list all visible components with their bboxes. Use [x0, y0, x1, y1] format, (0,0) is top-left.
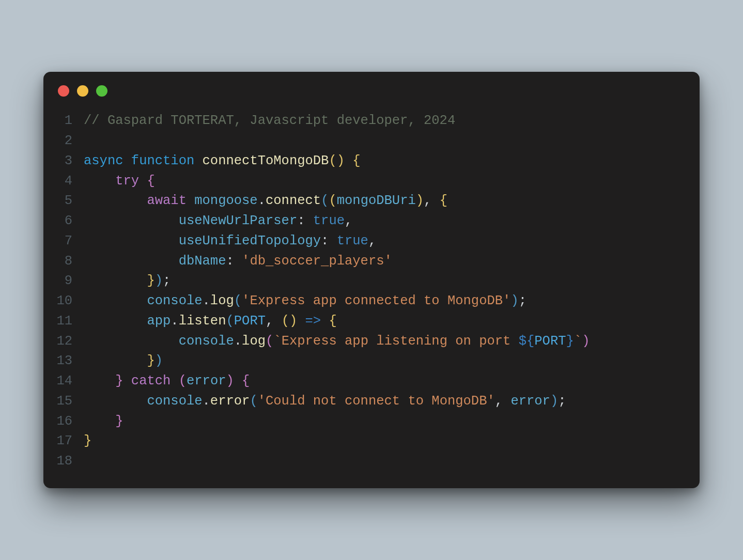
- code-brace: }: [147, 353, 154, 368]
- code-string: 'Express app connected to MongoDB': [242, 293, 510, 308]
- line-number: 1: [55, 111, 84, 131]
- code-line: 12 console.log(`Express app listening on…: [55, 332, 684, 352]
- code-identifier: PORT: [534, 334, 566, 349]
- code-punct: ;: [558, 394, 566, 409]
- code-keyword: async: [84, 153, 123, 168]
- line-number: 9: [55, 271, 84, 291]
- line-number: 17: [55, 431, 84, 452]
- code-line: 2: [55, 131, 684, 151]
- code-identifier: console: [147, 293, 202, 308]
- code-line: 3 async function connectToMongoDB() {: [55, 151, 684, 172]
- code-punct: ): [582, 334, 590, 349]
- code-keyword: function: [131, 153, 194, 168]
- code-punct: (: [321, 193, 329, 208]
- code-keyword: await: [147, 193, 187, 208]
- line-number: 8: [55, 252, 84, 272]
- line-number: 16: [55, 412, 84, 432]
- code-brace: {: [345, 153, 361, 168]
- window-controls: [55, 85, 684, 97]
- line-number: 2: [55, 131, 84, 151]
- code-key: useNewUrlParser: [179, 213, 298, 228]
- code-brace: }: [115, 414, 123, 429]
- code-line: 6 useNewUrlParser: true,: [55, 211, 684, 231]
- code-punct: ;: [519, 293, 527, 308]
- code-punct: (: [329, 193, 336, 208]
- line-number: 3: [55, 151, 84, 172]
- code-punct: (: [226, 314, 234, 329]
- code-punct: (: [234, 293, 242, 308]
- line-number: 14: [55, 371, 84, 392]
- code-brace: {: [329, 314, 336, 329]
- code-line: 13 }): [55, 351, 684, 371]
- code-method: error: [210, 394, 250, 409]
- code-window: 1 // Gaspard TORTERAT, Javascript develo…: [43, 72, 700, 488]
- code-identifier: mongoDBUri: [337, 193, 416, 208]
- code-key: dbName: [179, 254, 226, 269]
- code-punct: ): [550, 394, 558, 409]
- code-line: 5 await mongoose.connect((mongoDBUri), {: [55, 191, 684, 211]
- code-punct: (: [250, 394, 257, 409]
- code-method: log: [242, 334, 266, 349]
- code-literal: true: [313, 213, 345, 228]
- code-line: 1 // Gaspard TORTERAT, Javascript develo…: [55, 111, 684, 131]
- code-line: 4 try {: [55, 172, 684, 192]
- code-brace: {: [234, 374, 250, 388]
- code-method: listen: [179, 314, 226, 329]
- line-number: 5: [55, 191, 84, 211]
- code-template-open: ${: [519, 334, 535, 349]
- line-number: 6: [55, 211, 84, 231]
- code-brace: {: [440, 193, 447, 208]
- code-punct: ,: [424, 193, 440, 208]
- code-identifier: mongoose: [194, 193, 257, 208]
- code-line: 15 console.error('Could not connect to M…: [55, 392, 684, 412]
- code-line: 11 app.listen(PORT, () => {: [55, 312, 684, 332]
- code-line: 8 dbName: 'db_soccer_players': [55, 252, 684, 272]
- minimize-icon[interactable]: [77, 85, 88, 97]
- code-punct: (: [266, 334, 273, 349]
- code-template-close: }: [566, 334, 574, 349]
- code-literal: true: [337, 234, 368, 248]
- code-punct: ;: [163, 273, 171, 288]
- code-string: `: [273, 334, 281, 349]
- code-method: connect: [266, 193, 321, 208]
- code-brace: }: [84, 433, 91, 448]
- line-number: 15: [55, 392, 84, 412]
- zoom-icon[interactable]: [96, 85, 107, 97]
- code-method: log: [210, 293, 234, 308]
- code-punct: (): [329, 153, 345, 168]
- code-punct: ): [510, 293, 518, 308]
- code-punct: ): [416, 193, 424, 208]
- code-punct: ): [155, 273, 163, 288]
- code-line: 10 console.log('Express app connected to…: [55, 291, 684, 312]
- code-line: 14 } catch (error) {: [55, 371, 684, 392]
- code-brace: }: [147, 273, 154, 288]
- code-arrow: =>: [297, 314, 329, 329]
- code-brace: {: [139, 174, 155, 189]
- code-punct: (): [282, 314, 298, 329]
- code-key: useUnifiedTopology: [179, 234, 321, 248]
- line-number: 11: [55, 312, 84, 332]
- code-identifier: console: [147, 394, 202, 409]
- close-icon[interactable]: [58, 85, 69, 97]
- code-line: 16 }: [55, 412, 684, 432]
- code-identifier: console: [179, 334, 234, 349]
- line-number: 7: [55, 231, 84, 252]
- line-number: 18: [55, 452, 84, 472]
- code-brace: }: [115, 374, 123, 388]
- code-identifier: PORT: [234, 314, 266, 329]
- code-punct: ): [155, 353, 163, 368]
- code-line: 9 });: [55, 271, 684, 291]
- code-identifier: error: [187, 374, 226, 388]
- code-line: 18: [55, 452, 684, 472]
- code-punct: (: [171, 374, 187, 388]
- code-string: 'Could not connect to MongoDB': [258, 394, 495, 409]
- code-punct: ): [226, 374, 234, 388]
- code-keyword: catch: [131, 374, 171, 388]
- code-string: Express app listening on port: [282, 334, 519, 349]
- code-string: `: [574, 334, 582, 349]
- line-number: 4: [55, 172, 84, 192]
- line-number: 10: [55, 291, 84, 312]
- line-number: 12: [55, 332, 84, 352]
- line-number: 13: [55, 351, 84, 371]
- code-comment: // Gaspard TORTERAT, Javascript develope…: [84, 113, 455, 128]
